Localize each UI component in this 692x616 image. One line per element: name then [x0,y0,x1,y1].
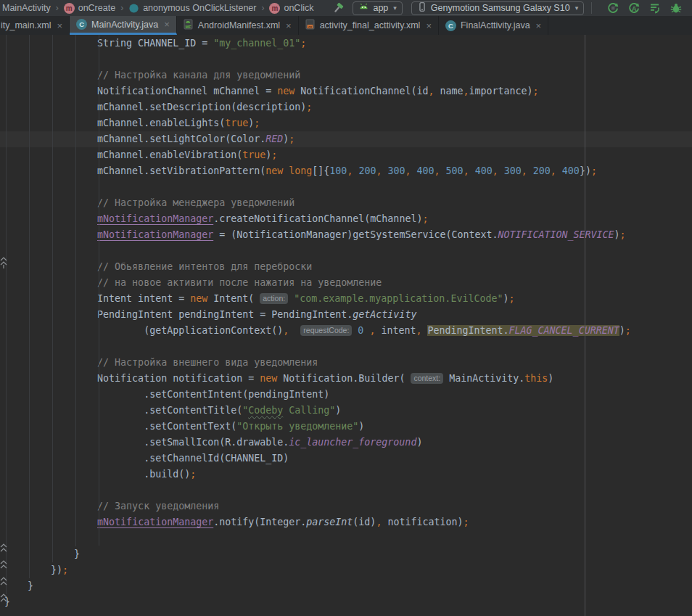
code-line[interactable]: (getApplicationContext(), requestCode: 0… [0,323,692,339]
tab-activity-final-xml[interactable]: cx activity_final_acttivity.xml × [299,16,439,35]
code-line[interactable] [0,482,692,498]
fold-marker-icon[interactable] [0,593,7,607]
code-editor[interactable]: String CHANNEL_ID = "my_channel_01"; // … [0,35,692,616]
code-line[interactable]: .setContentIntent(pendingIntent) [0,387,692,403]
indent-guide [52,35,53,562]
breadcrumb-item-onclick[interactable]: m onClick [269,3,313,14]
java-class-icon: C [445,20,456,31]
fold-marker-icon[interactable] [0,559,7,573]
code-line[interactable]: mChannel.enableLights(true); [0,115,692,131]
breadcrumb-item-class[interactable]: MainActivity [2,3,51,13]
breadcrumb-label: anonymous OnClickListener [143,3,256,13]
tab-label: FinalActtivity.java [461,20,530,30]
xml-layout-file-icon: cx [305,19,316,32]
chevron-down-icon: ▾ [575,4,579,12]
code-line[interactable]: }); [0,562,692,578]
build-hammer-icon[interactable] [332,2,344,14]
code-line[interactable]: } [0,578,692,594]
fold-marker-icon[interactable] [0,257,7,272]
close-icon[interactable]: × [536,20,542,31]
code-line[interactable]: Intent intent = new Intent( action: "com… [0,291,692,307]
method-icon: m [64,3,75,14]
svg-text:cx: cx [308,25,313,29]
breadcrumb-label: onCreate [78,3,115,13]
java-class-icon: C [76,19,87,30]
code-line[interactable]: mNotificationManager.createNotificationC… [0,211,692,227]
manifest-file-icon: MF [184,19,194,32]
code-line[interactable]: .setContentTitle("Codeby Calling") [0,403,692,419]
chevron-right-icon: › [120,3,123,13]
tab-label: AndroidManifest.xml [198,20,280,30]
method-icon: m [269,3,280,14]
code-line[interactable]: mChannel.setVibrationPattern(new long[]{… [0,163,692,179]
code-line[interactable] [0,52,692,67]
right-margin-guide [585,35,585,616]
android-icon [358,1,369,15]
code-line[interactable]: mChannel.setLightColor(Color.RED); [0,131,692,147]
svg-text:MF: MF [185,25,191,29]
apply-changes-icon[interactable] [607,2,619,14]
device-selector[interactable]: Genymotion Samsung Galaxy S10 ▾ [411,1,584,15]
apply-code-changes-icon[interactable]: A [628,2,640,14]
code-line[interactable]: } [0,594,692,610]
svg-text:A: A [632,5,637,12]
tab-finalactivity-java[interactable]: C FinalActtivity.java × [439,16,548,35]
code-line[interactable]: .build(); [0,467,692,482]
close-icon[interactable]: × [426,20,432,31]
debug-bug-icon[interactable] [670,2,682,14]
code-line[interactable]: NotificationChannel mChannel = new Notif… [0,83,692,99]
code-line[interactable]: .setContentText("Открыть уведомление") [0,419,692,435]
toolbar-separator [591,2,592,14]
close-icon[interactable]: × [57,20,62,31]
code-line[interactable] [0,530,692,546]
indent-guide [99,35,99,546]
code-line[interactable]: // Обьявление интентов для переброски [0,259,692,275]
code-line[interactable]: // Настройка внешнего вида уведомления [0,355,692,371]
code-line[interactable] [0,339,692,355]
tab-activity-main-xml[interactable]: ity_main.xml × [0,16,70,35]
chevron-right-icon: › [56,3,59,13]
close-icon[interactable]: × [164,19,170,30]
phone-icon [417,1,427,15]
indent-guide [6,35,7,594]
code-line[interactable]: .setChannelId(CHANNEL_ID) [0,451,692,467]
tab-mainactivity-java[interactable]: C MainActivity.java × [70,16,177,35]
profiler-lines-icon[interactable] [649,2,661,14]
tab-androidmanifest-xml[interactable]: MF AndroidManifest.xml × [177,16,299,35]
run-config-label: app [373,3,388,13]
code-line[interactable]: Notification notification = new Notifica… [0,371,692,387]
code-line[interactable]: String CHANNEL_ID = "my_channel_01"; [0,36,692,52]
chevron-down-icon: ▾ [393,4,397,12]
editor-tab-bar: ity_main.xml × C MainActivity.java × MF … [0,16,692,35]
code-line[interactable]: mChannel.enableVibration(true); [0,147,692,163]
code-line[interactable]: // Настройка менеджера уведомлений [0,195,692,211]
code-line[interactable]: // Запуск уведомления [0,498,692,514]
fold-marker-icon[interactable] [0,543,7,557]
indent-guide [29,35,30,578]
device-label: Genymotion Samsung Galaxy S10 [431,3,570,13]
code-line[interactable]: mNotificationManager.notify(Integer.pars… [0,514,692,530]
code-line[interactable]: // Настройка канала для уведомлений [0,67,692,83]
code-line[interactable] [0,179,692,195]
chevron-right-icon: › [261,3,264,13]
indent-guide [75,35,76,546]
code-line[interactable]: // на новое активити после нажатия на ув… [0,275,692,291]
run-toolbar: A [584,2,692,14]
code-line[interactable]: } [0,546,692,562]
fold-marker-icon[interactable] [0,576,7,590]
breadcrumb-item-oncreate[interactable]: m onCreate [64,3,115,14]
code-line[interactable]: PendingIntent pendingIntent = PendingInt… [0,307,692,323]
anonymous-class-icon [128,3,139,14]
code-line[interactable] [0,243,692,259]
breadcrumb-item-anonymous-listener[interactable]: anonymous OnClickListener [128,3,256,14]
tab-label: MainActivity.java [91,20,158,30]
code-line[interactable]: .setSmallIcon(R.drawable.ic_launcher_for… [0,435,692,451]
breadcrumb-label: onClick [284,3,313,13]
close-icon[interactable]: × [286,20,292,31]
code-line[interactable]: mNotificationManager = (NotificationMana… [0,227,692,243]
tab-label: ity_main.xml [1,20,51,30]
breadcrumb-bar: MainActivity › m onCreate › anonymous On… [0,0,692,16]
code-area: String CHANNEL_ID = "my_channel_01"; // … [0,36,692,610]
code-line[interactable]: mChannel.setDescription(description); [0,99,692,115]
run-config-selector[interactable]: app ▾ [353,1,402,15]
